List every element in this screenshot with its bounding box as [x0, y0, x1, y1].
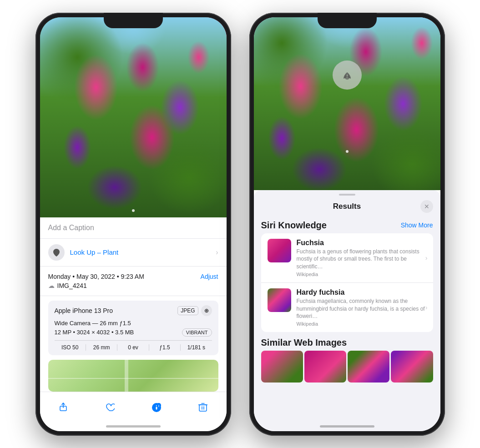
page-indicator: [132, 209, 135, 212]
fuchsia-content: Fuchsia Fuchsia is a genus of flowering …: [297, 239, 427, 277]
exif-shutter: 1/181 s: [181, 344, 212, 351]
share-button[interactable]: [53, 398, 73, 418]
sheet-title: Results: [274, 202, 420, 211]
svg-rect-7: [199, 405, 207, 411]
fuchsia-description: Fuchsia is a genus of flowering plants t…: [297, 248, 427, 271]
results-sheet[interactable]: Results ✕ Siri Knowledge Show More Fuchs…: [254, 190, 440, 431]
svg-point-12: [345, 76, 349, 80]
close-button[interactable]: ✕: [420, 200, 433, 213]
meta-filename: IMG_4241: [57, 282, 87, 289]
hardy-fuchsia-chevron: ›: [425, 304, 428, 311]
delete-button[interactable]: [193, 398, 213, 418]
photo-display: [40, 17, 227, 217]
left-phone: Add a Caption Look Up – Plant › Monday •…: [35, 13, 231, 436]
map-roads: [48, 360, 218, 392]
sheet-header: Results ✕: [254, 196, 440, 216]
svg-rect-4: [156, 407, 157, 409]
device-badges: JPEG ⊕: [177, 305, 212, 316]
exif-aperture: ƒ1.5: [149, 344, 181, 351]
flower-image: [40, 17, 227, 217]
vi-dot: [346, 150, 349, 153]
resolution-text: 12 MP • 3024 × 4032 • 3.5 MB: [55, 329, 134, 336]
favorite-button[interactable]: [100, 398, 120, 418]
exif-ev: 0 ev: [117, 344, 149, 351]
map-thumbnail[interactable]: [48, 360, 218, 392]
phone-notch-right: [318, 13, 377, 28]
right-phone-screen: Results ✕ Siri Knowledge Show More Fuchs…: [254, 17, 440, 431]
siri-knowledge-title: Siri Knowledge: [261, 220, 327, 231]
web-image-1[interactable]: [261, 351, 303, 383]
location-icon: ⊕: [201, 305, 212, 316]
home-indicator: [106, 425, 161, 428]
device-name: Apple iPhone 13 Pro: [55, 307, 113, 314]
caption-area[interactable]: Add a Caption: [40, 217, 227, 239]
web-image-4[interactable]: [391, 351, 433, 383]
fuchsia-thumbnail: [268, 239, 291, 262]
web-image-2[interactable]: [304, 351, 346, 383]
right-flower-image: [254, 17, 440, 190]
web-images-row: [254, 351, 440, 383]
visual-intelligence-circle: [333, 60, 362, 90]
show-more-button[interactable]: Show More: [401, 221, 433, 229]
lookup-row[interactable]: Look Up – Plant ›: [40, 239, 227, 267]
svg-text:i: i: [158, 404, 159, 407]
leaf-icon: [52, 248, 61, 257]
home-indicator-right: [320, 425, 374, 428]
exif-row: ISO 50 26 mm 0 ev ƒ1.5 1/181 s: [55, 340, 212, 351]
left-phone-screen: Add a Caption Look Up – Plant › Monday •…: [40, 17, 227, 431]
hardy-fuchsia-thumbnail: [268, 288, 291, 312]
lookup-chevron: ›: [216, 248, 218, 257]
knowledge-card: Fuchsia Fuchsia is a genus of flowering …: [261, 233, 433, 332]
web-image-3[interactable]: [348, 351, 389, 383]
adjust-button[interactable]: Adjust: [201, 273, 218, 280]
cloud-icon: ☁: [48, 282, 55, 289]
phone-notch: [104, 13, 163, 28]
similar-web-title: Similar Web Images: [254, 332, 440, 351]
exif-focal: 26 mm: [86, 344, 117, 351]
hardy-fuchsia-source: Wikipedia: [297, 321, 427, 327]
camera-specs: Wide Camera — 26 mm ƒ1.5: [55, 320, 212, 327]
meta-date: Monday • May 30, 2022 • 9:23 AM: [48, 273, 144, 280]
lookup-text: Look Up – Plant: [70, 248, 119, 256]
vibrant-badge: VIBRANT: [182, 328, 212, 337]
hardy-fuchsia-content: Hardy fuchsia Fuchsia magellanica, commo…: [297, 288, 427, 327]
jpeg-badge: JPEG: [177, 306, 198, 315]
device-area: Apple iPhone 13 Pro JPEG ⊕ Wide Camera —…: [48, 301, 218, 355]
siri-knowledge-header: Siri Knowledge Show More: [254, 216, 440, 233]
meta-area: Monday • May 30, 2022 • 9:23 AM Adjust ☁…: [40, 267, 227, 296]
caption-placeholder[interactable]: Add a Caption: [48, 224, 94, 232]
fuchsia-chevron: ›: [425, 254, 428, 262]
hardy-fuchsia-name: Hardy fuchsia: [297, 288, 427, 297]
knowledge-item-fuchsia[interactable]: Fuchsia Fuchsia is a genus of flowering …: [261, 233, 433, 283]
exif-iso: ISO 50: [55, 344, 86, 351]
right-photo-display: [254, 17, 440, 190]
knowledge-item-hardy-fuchsia[interactable]: Hardy fuchsia Fuchsia magellanica, commo…: [261, 283, 433, 332]
right-phone: Results ✕ Siri Knowledge Show More Fuchs…: [249, 13, 445, 436]
info-button[interactable]: i: [147, 398, 167, 418]
fuchsia-name: Fuchsia: [297, 239, 427, 247]
hardy-fuchsia-description: Fuchsia magellanica, commonly known as t…: [297, 297, 427, 320]
fuchsia-source: Wikipedia: [297, 272, 427, 277]
lookup-icon-circle: [48, 244, 65, 261]
